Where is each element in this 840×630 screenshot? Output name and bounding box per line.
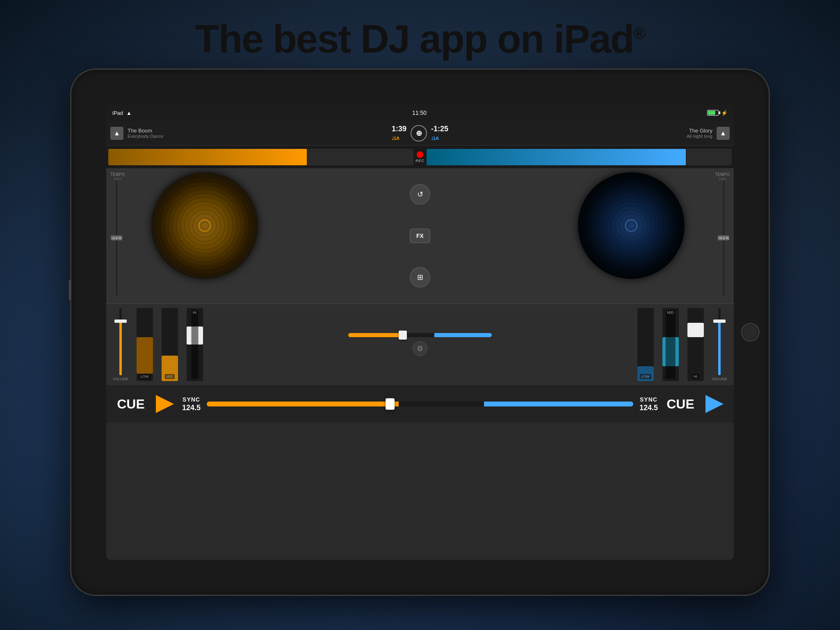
time-display: 1:39 ♩1A ⊕ -1:25 ♩1A — [392, 125, 448, 142]
sync-label-right: SYNC — [640, 396, 657, 403]
eq-track-hi-left: HI — [187, 308, 203, 381]
page-headline: The best DJ app on iPad® — [0, 0, 840, 74]
fx-label: FX — [416, 233, 424, 239]
vol-label-right: VOLUME — [712, 377, 727, 381]
center-controls: 1:39 ♩1A ⊕ -1:25 ♩1A — [392, 125, 448, 142]
vol-fill-left — [119, 322, 122, 375]
artist-left: The Boom — [128, 128, 163, 134]
now-playing-bar: ▲ The Boom Everybody Dance 1:39 ♩1A ⊕ — [106, 121, 734, 146]
crossfader-fill-left — [348, 333, 406, 337]
vol-handle-right[interactable] — [713, 320, 726, 323]
eq-track-low-right: LOW — [637, 308, 654, 381]
eq-fader-hi-left[interactable]: HI — [183, 308, 206, 381]
pitch-handle-right[interactable]: +0.4 % — [718, 235, 729, 240]
turntable-right[interactable] — [578, 172, 689, 299]
vol-fill-right — [718, 322, 721, 375]
sync-icon-button[interactable]: ↺ — [410, 184, 430, 205]
vol-handle-left[interactable] — [114, 320, 127, 323]
cue-label-left: CUE — [117, 397, 145, 411]
crossfader-handle[interactable] — [399, 331, 407, 340]
vinyl-left[interactable] — [151, 172, 258, 279]
pitch-fader-right[interactable]: +0.4 % — [719, 180, 728, 295]
time-remain-right: -1:25 ♩1A — [431, 125, 448, 142]
waveform-left[interactable] — [108, 149, 413, 165]
device-label: iPad — [112, 110, 123, 116]
cue-button-right[interactable]: CUE — [664, 397, 697, 412]
charging-icon: ⚡ — [721, 110, 728, 116]
volume-fader-left[interactable]: VOLUME — [110, 308, 131, 381]
sync-bpm-left: 124.5 — [182, 404, 201, 412]
eq-label-hi-left: HI — [191, 310, 198, 379]
eq-fill-hi-right — [687, 323, 704, 338]
crossfader-fill-right — [434, 333, 492, 337]
ipad-home-button[interactable] — [741, 323, 760, 342]
key-right: ♩1A — [431, 136, 439, 141]
play-button-left[interactable] — [153, 393, 176, 415]
key-left: ♩1A — [392, 136, 399, 141]
turntable-left[interactable] — [151, 172, 262, 299]
wifi-icon: ▲ — [126, 110, 132, 116]
dj-main: TEMPO ±4% TEMPO ±4% -0.4 % — [106, 168, 734, 304]
eq-fader-mid-left[interactable]: MID — [158, 308, 181, 381]
grid-button[interactable]: ⊞ — [410, 267, 430, 288]
eq-label-low-right: LOW — [639, 374, 651, 379]
vol-track-left — [119, 308, 122, 375]
title-left: Everybody Dance — [128, 134, 163, 139]
track-names-right: The Glory All night long — [687, 128, 712, 139]
eq-fill-low-left — [137, 337, 153, 374]
sync-label-left: SYNC — [183, 396, 200, 403]
time-elapsed-left: 1:39 ♩1A — [392, 125, 406, 142]
tempo-label-left: TEMPO ±4% — [110, 172, 125, 181]
cf-handle-transport[interactable] — [386, 398, 395, 410]
volume-fader-right[interactable]: VOLUME — [709, 308, 730, 381]
cf-fill-orange — [207, 402, 399, 406]
pitch-track-left: -0.4 % — [116, 180, 117, 295]
sync-group-right[interactable]: SYNC 124.5 — [639, 396, 658, 412]
tempo-text-left: TEMPO — [110, 172, 125, 177]
pitch-fader-left[interactable]: -0.4 % — [112, 180, 121, 295]
sync-bpm-right: 124.5 — [639, 404, 658, 412]
eq-label-mid-right: MID — [665, 310, 676, 379]
rec-dot — [417, 151, 423, 158]
eject-button-left[interactable]: ▲ — [110, 127, 123, 140]
status-left: iPad ▲ — [112, 110, 132, 116]
fx-button[interactable]: FX — [410, 228, 430, 243]
track-names-left: The Boom Everybody Dance — [128, 128, 163, 139]
eq-fader-hi-right[interactable]: HI — [684, 308, 707, 381]
rec-label: REC — [415, 159, 425, 163]
waveform-fill-right — [427, 149, 686, 165]
crossfader-center: ⚙ — [208, 308, 632, 381]
logo-button[interactable]: ⊕ — [411, 125, 427, 142]
headline-suffix: ® — [634, 24, 645, 42]
ipad-device: iPad ▲ 11:50 ⚡ ▲ The Boom Everybody Danc… — [71, 70, 769, 595]
sync-group-left[interactable]: SYNC 124.5 — [182, 396, 201, 412]
track-info-right: The Glory All night long ▲ — [448, 127, 730, 140]
tempo-label-right: TEMPO ±4% — [715, 172, 730, 181]
ipad-side-button[interactable] — [69, 280, 71, 300]
pitch-handle-left[interactable]: -0.4 % — [111, 235, 122, 240]
eq-track-mid-left: MID — [162, 308, 178, 381]
ipad-screen: iPad ▲ 11:50 ⚡ ▲ The Boom Everybody Danc… — [106, 105, 734, 560]
eq-label-hi-right: HI — [692, 374, 699, 379]
rec-button[interactable]: REC — [415, 151, 425, 163]
track-info-left: ▲ The Boom Everybody Dance — [110, 127, 392, 140]
play-triangle-right — [705, 395, 724, 413]
cue-label-right: CUE — [667, 397, 694, 411]
eq-fader-low-right[interactable]: LOW — [634, 308, 657, 381]
crossfader-track[interactable] — [348, 333, 492, 337]
play-button-right[interactable] — [703, 393, 726, 415]
cf-track-transport[interactable] — [207, 402, 633, 406]
eq-fader-mid-right[interactable]: MID — [659, 308, 682, 381]
eq-fader-low-left[interactable]: LOW — [133, 308, 156, 381]
waveform-right[interactable] — [427, 149, 732, 165]
eject-button-right[interactable]: ▲ — [717, 127, 730, 140]
status-right: ⚡ — [707, 110, 728, 116]
eq-track-mid-right: MID — [662, 308, 679, 381]
status-bar: iPad ▲ 11:50 ⚡ — [106, 105, 734, 121]
vinyl-right[interactable] — [578, 172, 685, 279]
battery-fill — [708, 111, 715, 115]
crossfader-transport — [207, 402, 633, 406]
status-time: 11:50 — [412, 110, 427, 116]
cue-button-left[interactable]: CUE — [114, 397, 147, 412]
settings-button[interactable]: ⚙ — [413, 341, 427, 356]
